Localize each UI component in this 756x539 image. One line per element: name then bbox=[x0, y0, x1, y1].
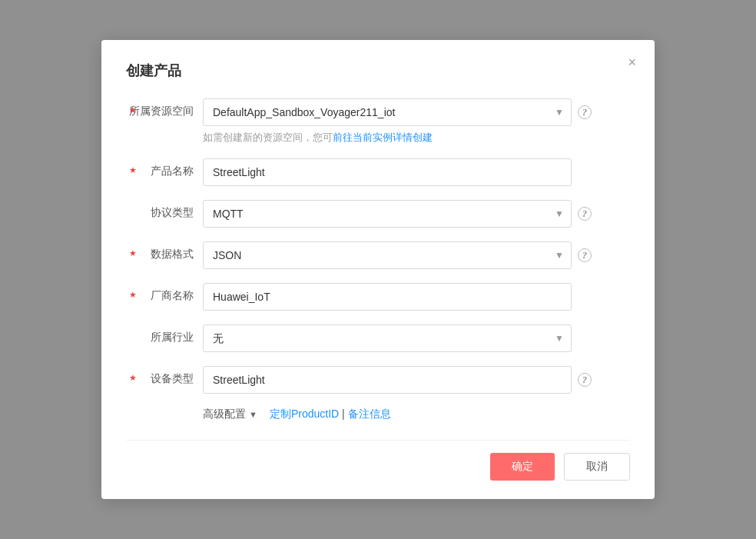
manufacturer-input[interactable] bbox=[203, 283, 572, 311]
resource-space-select-wrapper: DefaultApp_Sandbox_Voyager211_iot ▼ bbox=[203, 98, 572, 126]
protocol-type-help-icon[interactable]: ? bbox=[578, 207, 592, 221]
custom-product-id-link[interactable]: 定制ProductID bbox=[270, 408, 339, 420]
industry-content: 无 智慧城市 工业 农业 能源 ▼ bbox=[203, 324, 630, 352]
data-format-select[interactable]: JSON Binary bbox=[203, 241, 572, 269]
product-name-input[interactable] bbox=[203, 158, 572, 186]
manufacturer-content bbox=[203, 283, 630, 311]
product-name-row: 产品名称 bbox=[126, 158, 630, 186]
protocol-type-select-wrapper: MQTT CoAP HTTP ▼ bbox=[203, 200, 572, 228]
advanced-chevron-icon: ▼ bbox=[249, 410, 257, 419]
dialog-footer: 确定 取消 bbox=[126, 440, 630, 481]
advanced-config-links: 定制ProductID | 备注信息 bbox=[270, 408, 391, 421]
resource-space-input-row: DefaultApp_Sandbox_Voyager211_iot ▼ ? bbox=[203, 98, 630, 126]
advanced-config-toggle[interactable]: 高级配置 ▼ bbox=[203, 408, 257, 421]
resource-space-label: 所属资源空间 bbox=[126, 98, 203, 118]
protocol-type-label: 协议类型 bbox=[126, 200, 203, 220]
resource-space-help-icon[interactable]: ? bbox=[578, 105, 592, 119]
dialog-overlay: 创建产品 × 所属资源空间 DefaultApp_Sandbox_Voyager… bbox=[0, 0, 756, 539]
advanced-separator: | bbox=[342, 408, 348, 420]
data-format-content: JSON Binary ▼ ? bbox=[203, 241, 630, 269]
resource-space-hint-link[interactable]: 前往当前实例详情创建 bbox=[333, 131, 433, 143]
industry-label: 所属行业 bbox=[126, 324, 203, 344]
protocol-type-row: 协议类型 MQTT CoAP HTTP ▼ ? bbox=[126, 200, 630, 228]
product-name-content bbox=[203, 158, 630, 186]
device-type-input-row: ? bbox=[203, 366, 630, 394]
product-name-label: 产品名称 bbox=[126, 158, 203, 178]
data-format-label: 数据格式 bbox=[126, 241, 203, 261]
manufacturer-label: 厂商名称 bbox=[126, 283, 203, 303]
device-type-row: 设备类型 ? bbox=[126, 366, 630, 394]
advanced-config-label: 高级配置 bbox=[203, 408, 246, 421]
device-type-input[interactable] bbox=[203, 366, 572, 394]
advanced-config-row: 高级配置 ▼ 定制ProductID | 备注信息 bbox=[126, 408, 630, 421]
cancel-button[interactable]: 取消 bbox=[564, 453, 630, 481]
resource-space-row: 所属资源空间 DefaultApp_Sandbox_Voyager211_iot… bbox=[126, 98, 630, 145]
data-format-input-row: JSON Binary ▼ ? bbox=[203, 241, 630, 269]
resource-space-select[interactable]: DefaultApp_Sandbox_Voyager211_iot bbox=[203, 98, 572, 126]
manufacturer-row: 厂商名称 bbox=[126, 283, 630, 311]
protocol-type-content: MQTT CoAP HTTP ▼ ? bbox=[203, 200, 630, 228]
device-type-content: ? bbox=[203, 366, 630, 394]
dialog-title: 创建产品 bbox=[126, 62, 630, 80]
industry-select[interactable]: 无 智慧城市 工业 农业 能源 bbox=[203, 324, 572, 352]
protocol-type-select[interactable]: MQTT CoAP HTTP bbox=[203, 200, 572, 228]
resource-space-hint: 如需创建新的资源空间，您可前往当前实例详情创建 bbox=[203, 131, 630, 145]
device-type-help-icon[interactable]: ? bbox=[578, 373, 592, 387]
data-format-select-wrapper: JSON Binary ▼ bbox=[203, 241, 572, 269]
device-type-label: 设备类型 bbox=[126, 366, 203, 386]
protocol-type-input-row: MQTT CoAP HTTP ▼ ? bbox=[203, 200, 630, 228]
data-format-help-icon[interactable]: ? bbox=[578, 248, 592, 262]
resource-space-content: DefaultApp_Sandbox_Voyager211_iot ▼ ? 如需… bbox=[203, 98, 630, 145]
create-product-dialog: 创建产品 × 所属资源空间 DefaultApp_Sandbox_Voyager… bbox=[101, 40, 655, 499]
data-format-row: 数据格式 JSON Binary ▼ ? bbox=[126, 241, 630, 269]
industry-select-wrapper: 无 智慧城市 工业 农业 能源 ▼ bbox=[203, 324, 572, 352]
remark-info-link[interactable]: 备注信息 bbox=[348, 408, 391, 420]
close-button[interactable]: × bbox=[625, 52, 639, 72]
industry-row: 所属行业 无 智慧城市 工业 农业 能源 ▼ bbox=[126, 324, 630, 352]
confirm-button[interactable]: 确定 bbox=[490, 453, 555, 481]
